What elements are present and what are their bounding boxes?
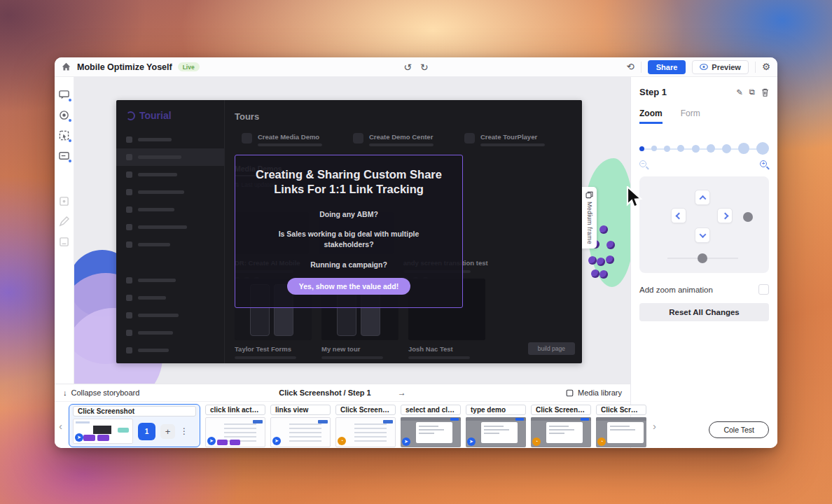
storyboard-step[interactable]: select and click dem ➤ — [401, 405, 461, 447]
step-thumbnail[interactable]: ◔ — [335, 417, 396, 447]
action-badge-icon: ◔ — [532, 438, 541, 446]
scroll-left-chevron[interactable]: ‹ — [57, 420, 64, 432]
zoom-level-dot[interactable] — [677, 145, 684, 152]
storyboard-step[interactable]: Click Screens ◔ — [596, 405, 646, 447]
zoom-level-dot[interactable] — [651, 146, 657, 151]
frame-tool-icon[interactable] — [59, 196, 69, 206]
step-menu-icon[interactable]: ⋮ — [180, 426, 188, 436]
horizontal-pan-handle[interactable] — [698, 253, 707, 263]
step-label[interactable]: links view — [270, 405, 331, 415]
storyboard-step-selected[interactable]: Click Screenshot ➤ 1 + ⋮ — [69, 404, 200, 447]
divider — [641, 62, 642, 73]
zoom-level-dot[interactable] — [756, 142, 769, 155]
gear-icon[interactable]: ⚙ — [762, 62, 770, 72]
storyboard-step[interactable]: Click Screenshot ◔ — [335, 405, 396, 447]
screenshot-frame[interactable]: Tourial — [116, 100, 582, 363]
editor-canvas[interactable]: Tourial — [74, 77, 630, 384]
draw-tool-icon[interactable] — [59, 216, 69, 227]
step-thumbnail[interactable]: ➤ — [73, 419, 133, 444]
scroll-right-chevron[interactable]: › — [651, 420, 658, 432]
step-label[interactable]: Click Screenshot — [73, 406, 196, 416]
step-thumbnail[interactable]: ➤ — [270, 417, 331, 447]
divider — [755, 62, 756, 73]
zoom-level-slider[interactable] — [639, 142, 769, 155]
decorative-purple-dot — [606, 241, 615, 249]
modal-question: Running a campaign? — [235, 260, 462, 269]
step-thumbnail[interactable]: ◔ — [531, 417, 591, 447]
undo-icon[interactable]: ↺ — [403, 62, 412, 73]
pan-up-button[interactable] — [695, 190, 710, 205]
step-title: Step 1 — [639, 87, 667, 97]
add-zoom-animation-checkbox[interactable] — [758, 284, 769, 295]
step-thumbnail[interactable]: ➤ — [466, 417, 526, 447]
cole-test-button[interactable]: Cole Test — [709, 421, 769, 438]
tab-zoom[interactable]: Zoom — [639, 108, 663, 124]
zoom-level-dot[interactable] — [692, 145, 700, 153]
medium-frame-tab[interactable]: Medium frame — [582, 187, 597, 248]
duplicate-step-icon[interactable]: ⧉ — [749, 88, 755, 97]
pan-down-button[interactable] — [695, 227, 710, 243]
zoom-out-icon[interactable]: − — [639, 160, 649, 169]
storyboard-step[interactable]: type demo ➤ — [466, 405, 526, 447]
reset-all-changes-button[interactable]: Reset All Changes — [639, 303, 769, 321]
zoom-level-dot[interactable] — [664, 146, 670, 152]
build-page-button: build page — [528, 342, 575, 355]
version-history-icon[interactable]: ⟲ — [626, 62, 634, 72]
media-library-button[interactable]: Media library — [566, 388, 622, 397]
zoom-in-icon[interactable]: + — [760, 160, 769, 169]
edit-step-icon[interactable]: ✎ — [736, 88, 743, 97]
redo-icon[interactable]: ↻ — [420, 62, 429, 73]
step-thumbnail[interactable]: ◔ — [596, 417, 646, 447]
pan-right-button[interactable] — [717, 208, 733, 223]
step-label[interactable]: Click Screenshot — [531, 405, 591, 415]
media-library-icon — [566, 389, 574, 397]
frame-icon — [585, 191, 593, 199]
create-card: Create TourPlayer — [464, 133, 545, 146]
home-icon[interactable] — [62, 62, 71, 71]
decorative-purple-dot — [597, 258, 605, 266]
preview-button[interactable]: Preview — [692, 60, 749, 74]
storyboard-step[interactable]: links view ➤ — [270, 405, 331, 447]
create-icon — [464, 133, 475, 144]
zoom-level-dot[interactable] — [738, 143, 749, 154]
step-thumbnail[interactable]: ➤ — [401, 417, 461, 447]
collapse-storyboard-button[interactable]: ↓ Collapse storyboard — [63, 388, 139, 397]
spotlight-tool-icon[interactable] — [59, 110, 69, 120]
card-tool-icon[interactable] — [59, 237, 69, 247]
step-label[interactable]: type demo — [466, 405, 526, 415]
zoom-level-dot-selected[interactable] — [639, 146, 644, 151]
storyboard-step[interactable]: Click Screenshot ◔ — [531, 405, 591, 447]
delete-step-icon[interactable] — [761, 88, 769, 97]
panel-tabs: Zoom Form — [639, 108, 769, 124]
tab-form[interactable]: Form — [681, 108, 700, 124]
medium-frame-label: Medium frame — [586, 202, 593, 244]
modal-cta-button[interactable]: Yes, show me the value add! — [287, 278, 410, 295]
sidebar-item — [116, 166, 224, 183]
step-thumbnail[interactable]: ➤ — [205, 417, 265, 447]
tour-modal: Creating & Sharing Custom Share Links Fo… — [235, 155, 463, 308]
pan-left-button[interactable] — [671, 208, 686, 223]
eye-icon — [700, 64, 708, 70]
step-label[interactable]: select and click dem — [401, 405, 461, 415]
preview-label: Preview — [712, 63, 741, 71]
share-button[interactable]: Share — [648, 60, 686, 74]
zoom-level-dot[interactable] — [707, 144, 715, 153]
page-number-block[interactable]: 1 — [138, 423, 155, 440]
frame-click-tool-icon[interactable] — [59, 130, 69, 141]
click-badge-icon: ➤ — [272, 437, 281, 445]
vertical-pan-handle[interactable] — [743, 212, 753, 222]
right-arrow-icon[interactable]: → — [398, 388, 406, 398]
form-tool-icon[interactable] — [59, 150, 69, 161]
step-label[interactable]: Click Screens — [596, 405, 646, 415]
add-step-button[interactable]: + — [160, 424, 175, 439]
sidebar-item-selected — [116, 148, 224, 166]
media-card — [498, 212, 572, 282]
create-icon — [353, 133, 363, 144]
zoom-level-dot[interactable] — [722, 144, 731, 153]
storyboard-step[interactable]: click link activity ➤ — [205, 405, 265, 447]
step-label[interactable]: Click Screenshot — [335, 405, 396, 415]
tooltip-tool-icon[interactable] — [59, 90, 69, 100]
tourial-logo: Tourial — [126, 110, 224, 121]
step-label[interactable]: click link activity — [205, 405, 265, 415]
click-badge-icon: ➤ — [75, 433, 83, 442]
